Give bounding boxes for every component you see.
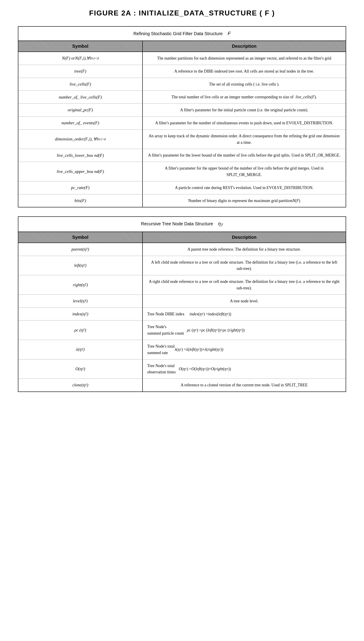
cell-symbol: ρc (ηT ) xyxy=(18,320,143,340)
table1-col-symbol: Symbol xyxy=(18,41,143,52)
cell-symbol: live_cells_lower_bou nd (F ) xyxy=(18,149,143,162)
cell-description: Tree Node DIBE index index (ηT ) = index… xyxy=(143,308,346,320)
table2-header: Recursive Tree Node Data Structure ηT xyxy=(18,217,346,232)
cell-symbol: pc_rate(F) xyxy=(18,181,143,194)
table-row: live_cells (F) The set of all existing c… xyxy=(18,78,346,91)
cell-symbol: original_pc(F) xyxy=(18,104,143,116)
cell-description: A filter's parameter for the upper bound… xyxy=(143,162,346,181)
table-row: original_pc(F) A filter's parameter for … xyxy=(18,104,346,117)
table-row: bits (F ) Number of binary digits to rep… xyxy=(18,194,346,207)
table1-header: Refining Stochastic Grid Filter Data Str… xyxy=(18,27,346,41)
cell-description: A reference to a cloned version of the c… xyxy=(143,379,346,392)
cell-description: A right child node reference to a tree o… xyxy=(143,275,346,294)
cell-symbol: tree(F) xyxy=(18,65,143,78)
table-row: pc_rate(F) A particle control rate durin… xyxy=(18,181,346,194)
table2-col-headers: Symbol Description xyxy=(18,232,346,243)
cell-symbol: number_of_ live_cells (F ) xyxy=(18,91,143,104)
table-row: left (ηT ) A left child node reference t… xyxy=(18,256,346,275)
table1: Refining Stochastic Grid Filter Data Str… xyxy=(18,26,346,207)
cell-symbol: parent (ηT ) xyxy=(18,243,143,256)
cell-description: Tree Node's total summed rate λ (ηT ) = … xyxy=(143,340,346,359)
table-row: live_cells_upper_bou nd (F ) A filter's … xyxy=(18,162,346,181)
cell-symbol: clone (ηT ) xyxy=(18,379,143,392)
cell-symbol: number_of_ events (F ) xyxy=(18,117,143,129)
table-row: dimension_order (F , i), ∀i0≤i<d An arra… xyxy=(18,130,346,149)
table-row: number_of_ live_cells (F ) The total num… xyxy=(18,91,346,104)
cell-description: A particle control rate during REST's ev… xyxy=(143,181,346,194)
table-row: level (ηT ) A tree node level. xyxy=(18,295,346,308)
table1-col-headers: Symbol Description xyxy=(18,41,346,52)
cell-description: A filter's parameter for the lower bound… xyxy=(143,149,346,162)
table-row: λ (ηT ) Tree Node's total summed rate λ … xyxy=(18,340,346,360)
cell-symbol: index (ηT ) xyxy=(18,308,143,320)
cell-symbol: λ (ηT ) xyxy=(18,340,143,359)
table2-col-symbol: Symbol xyxy=(18,232,143,242)
table2: Recursive Tree Node Data Structure ηT Sy… xyxy=(18,216,346,392)
cell-symbol: O (ηT ) xyxy=(18,360,143,379)
table-row: tree(F) A reference to the DIBE-indexed … xyxy=(18,65,346,78)
cell-symbol: left (ηT ) xyxy=(18,256,143,275)
cell-description: A reference to the DIBE-indexed tree roo… xyxy=(143,65,346,78)
cell-symbol: dimension_order (F , i), ∀i0≤i<d xyxy=(18,130,143,149)
cell-description: The total number of live cells or an int… xyxy=(143,91,346,104)
table-row: ρc (ηT ) Tree Node's summed particle cou… xyxy=(18,320,346,340)
cell-description: A parent tree node reference. The defini… xyxy=(143,243,346,256)
cell-description: A tree node level. xyxy=(143,295,346,307)
cell-symbol: level (ηT ) xyxy=(18,295,143,307)
cell-description: The number partitions for each dimension… xyxy=(143,52,346,65)
cell-description: Number of binary digits to represent the… xyxy=(143,194,346,207)
cell-description: Tree Node's total observation times O (η… xyxy=(143,360,346,379)
cell-symbol: bits (F ) xyxy=(18,194,143,207)
cell-description: A filter's parameter for the number of s… xyxy=(143,117,346,129)
cell-description: Tree Node's summed particle count ρc (ηT… xyxy=(143,320,346,340)
table-row: number_of_ events (F ) A filter's parame… xyxy=(18,117,346,130)
table-row: right (ηT ) A right child node reference… xyxy=(18,275,346,295)
page-title: FIGURE 2A : INITIALIZE_DATA_STRUCTURE ( … xyxy=(18,9,346,17)
table-row: N(F) or N (F , i),∀i0≤i<d The number par… xyxy=(18,52,346,65)
table-row: clone (ηT ) A reference to a cloned vers… xyxy=(18,379,346,392)
table-row: O (ηT ) Tree Node's total observation ti… xyxy=(18,360,346,379)
cell-description: A filter's parameter for the initial par… xyxy=(143,104,346,116)
cell-symbol: right (ηT ) xyxy=(18,275,143,294)
cell-symbol: N(F) or N (F , i),∀i0≤i<d xyxy=(18,52,143,65)
cell-description: The set of all existing cells ( i.e. liv… xyxy=(143,78,346,91)
cell-description: An array to keep track of the dynamic di… xyxy=(143,130,346,149)
table2-col-description: Description xyxy=(143,232,346,242)
table-row: live_cells_lower_bou nd (F ) A filter's … xyxy=(18,149,346,162)
cell-symbol: live_cells_upper_bou nd (F ) xyxy=(18,162,143,181)
cell-description: A left child node reference to a tree or… xyxy=(143,256,346,275)
table1-col-description: Description xyxy=(143,41,346,52)
cell-symbol: live_cells (F) xyxy=(18,78,143,91)
table-row: index (ηT ) Tree Node DIBE index index (… xyxy=(18,308,346,321)
table-row: parent (ηT ) A parent tree node referenc… xyxy=(18,243,346,256)
